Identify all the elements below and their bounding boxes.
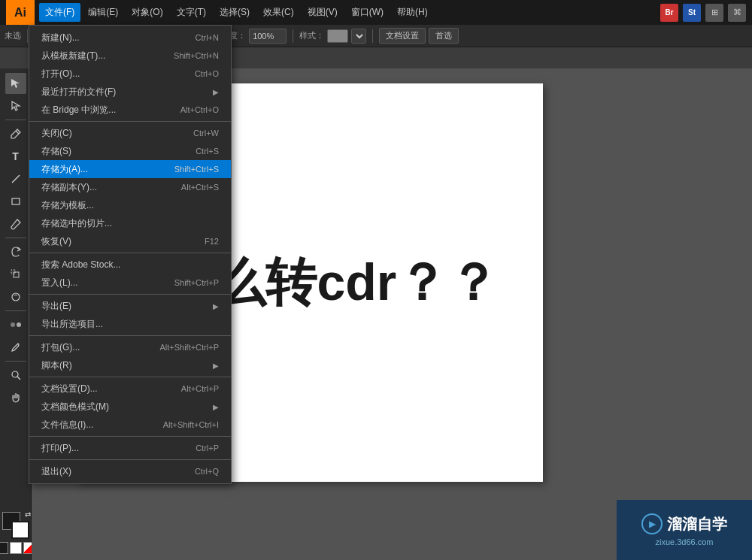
menu-sep-3 xyxy=(29,294,231,295)
menu-new[interactable]: 新建(N)... Ctrl+N xyxy=(29,29,231,47)
grid-icon[interactable]: ⊞ xyxy=(705,4,723,22)
tool-sep-3 xyxy=(5,310,26,311)
menu-select[interactable]: 选择(S) xyxy=(214,3,256,22)
file-menu-dropdown: 新建(N)... Ctrl+N 从模板新建(T)... Shift+Ctrl+N… xyxy=(29,25,232,484)
watermark-url: zixue.3d66.com xyxy=(655,537,713,546)
toolbar-sep-1 xyxy=(27,29,28,43)
svg-rect-2 xyxy=(14,272,19,277)
fill-stroke-control[interactable]: ⇄ xyxy=(2,512,29,539)
style-label: 样式： xyxy=(299,30,324,41)
menu-doc-color-mode[interactable]: 文档颜色模式(M) ▶ xyxy=(29,398,231,416)
menu-export[interactable]: 导出(E) ▶ xyxy=(29,297,231,315)
menu-save[interactable]: 存储(S) Ctrl+S xyxy=(29,142,231,160)
style-swatch[interactable] xyxy=(327,29,348,43)
menu-save-slices[interactable]: 存储选中的切片... xyxy=(29,214,231,232)
select-tool[interactable] xyxy=(5,73,26,94)
menu-print[interactable]: 打印(P)... Ctrl+P xyxy=(29,439,231,457)
type-tool[interactable]: T xyxy=(5,146,26,167)
arrange-icon[interactable]: ⌘ xyxy=(728,4,746,22)
title-bar: Ai 文件(F) 编辑(E) 对象(O) 文字(T) 选择(S) 效果(C) 视… xyxy=(0,0,752,25)
toolbar-sep-5 xyxy=(372,29,373,43)
menu-open-recent[interactable]: 最近打开的文件(F) ▶ xyxy=(29,83,231,101)
none-fill-icon[interactable] xyxy=(10,542,22,554)
toolbar-sep-4 xyxy=(293,29,293,43)
hand-tool[interactable] xyxy=(5,387,26,408)
svg-point-7 xyxy=(12,371,18,377)
title-bar-right: Br St ⊞ ⌘ xyxy=(660,4,746,22)
menu-export-selected[interactable]: 导出所选项目... xyxy=(29,315,231,333)
menu-place[interactable]: 置入(L)... Shift+Ctrl+P xyxy=(29,274,231,292)
svg-point-5 xyxy=(11,322,15,327)
menu-doc-settings[interactable]: 文档设置(D)... Alt+Ctrl+P xyxy=(29,380,231,398)
menu-bar: 文件(F) 编辑(E) 对象(O) 文字(T) 选择(S) 效果(C) 视图(V… xyxy=(39,0,656,25)
menu-sep-5 xyxy=(29,377,231,377)
bridge-icon[interactable]: Br xyxy=(660,4,678,22)
tool-sep-1 xyxy=(5,120,26,120)
eyedrop-tool[interactable] xyxy=(5,337,26,358)
menu-save-copy[interactable]: 存储副本(Y)... Alt+Ctrl+S xyxy=(29,178,231,196)
menu-revert[interactable]: 恢复(V) F12 xyxy=(29,232,231,250)
menu-window[interactable]: 窗口(W) xyxy=(345,3,390,22)
svg-line-8 xyxy=(17,377,20,380)
dropdown-menu-panel: 新建(N)... Ctrl+N 从模板新建(T)... Shift+Ctrl+N… xyxy=(29,25,232,484)
zoom-tool[interactable] xyxy=(5,365,26,386)
menu-object[interactable]: 对象(O) xyxy=(126,3,168,22)
stroke-box[interactable] xyxy=(11,521,29,539)
tool-sep-2 xyxy=(5,238,26,238)
rect-tool[interactable] xyxy=(5,191,26,212)
stock-icon[interactable]: St xyxy=(683,4,701,22)
default-colors-icon[interactable] xyxy=(0,542,8,554)
style-dropdown[interactable] xyxy=(351,29,366,44)
warp-tool[interactable] xyxy=(5,286,26,307)
pen-tool[interactable] xyxy=(5,123,26,144)
menu-close[interactable]: 关闭(C) Ctrl+W xyxy=(29,124,231,142)
menu-save-as[interactable]: 存储为(A)... Shift+Ctrl+S xyxy=(29,160,231,178)
menu-effect[interactable]: 效果(C) xyxy=(257,3,300,22)
color-reset-row xyxy=(0,542,35,554)
line-tool[interactable] xyxy=(5,168,26,189)
menu-package[interactable]: 打包(G)... Alt+Shift+Ctrl+P xyxy=(29,338,231,356)
tool-sep-4 xyxy=(5,361,26,362)
opacity-input[interactable] xyxy=(249,29,287,44)
blend-tool[interactable] xyxy=(5,314,26,335)
scale-tool[interactable] xyxy=(5,264,26,285)
menu-sep-6 xyxy=(29,436,231,437)
menu-edit[interactable]: 编辑(E) xyxy=(82,3,124,22)
menu-exit[interactable]: 退出(X) Ctrl+Q xyxy=(29,462,231,480)
menu-new-from-template[interactable]: 从模板新建(T)... Shift+Ctrl+N xyxy=(29,47,231,65)
menu-sep-7 xyxy=(29,459,231,460)
unselected-label: 未选 xyxy=(5,30,21,41)
brush-tool[interactable] xyxy=(5,213,26,235)
menu-sep-4 xyxy=(29,335,231,336)
watermark-brand-name: 溜溜自学 xyxy=(667,514,727,534)
color-area: ⇄ xyxy=(0,512,35,560)
svg-rect-1 xyxy=(12,198,20,204)
menu-scripts[interactable]: 脚本(R) ▶ xyxy=(29,356,231,374)
svg-line-0 xyxy=(12,175,20,183)
ai-logo: Ai xyxy=(6,0,35,25)
first-button[interactable]: 首选 xyxy=(429,28,459,44)
rotate-tool[interactable] xyxy=(5,241,26,262)
svg-point-6 xyxy=(17,322,21,327)
menu-view[interactable]: 视图(V) xyxy=(302,3,344,22)
left-toolbar: T xyxy=(0,68,32,560)
watermark-play-icon: ▶ xyxy=(641,513,663,534)
watermark: ▶ 溜溜自学 zixue.3d66.com xyxy=(617,500,752,560)
menu-text[interactable]: 文字(T) xyxy=(171,3,212,22)
menu-sep-1 xyxy=(29,121,231,122)
menu-save-as-template[interactable]: 存储为模板... xyxy=(29,196,231,214)
doc-settings-button[interactable]: 文档设置 xyxy=(379,28,426,44)
swap-colors-icon[interactable]: ⇄ xyxy=(25,510,31,519)
watermark-brand: ▶ 溜溜自学 xyxy=(641,513,727,534)
menu-open[interactable]: 打开(O)... Ctrl+O xyxy=(29,65,231,83)
menu-browse[interactable]: 在 Bridge 中浏览... Alt+Ctrl+O xyxy=(29,101,231,119)
menu-file-info[interactable]: 文件信息(I)... Alt+Shift+Ctrl+I xyxy=(29,416,231,434)
menu-help[interactable]: 帮助(H) xyxy=(391,3,434,22)
menu-search-stock[interactable]: 搜索 Adobe Stock... xyxy=(29,256,231,274)
direct-select-tool[interactable] xyxy=(5,95,26,117)
menu-sep-2 xyxy=(29,253,231,253)
menu-file[interactable]: 文件(F) xyxy=(39,3,80,22)
